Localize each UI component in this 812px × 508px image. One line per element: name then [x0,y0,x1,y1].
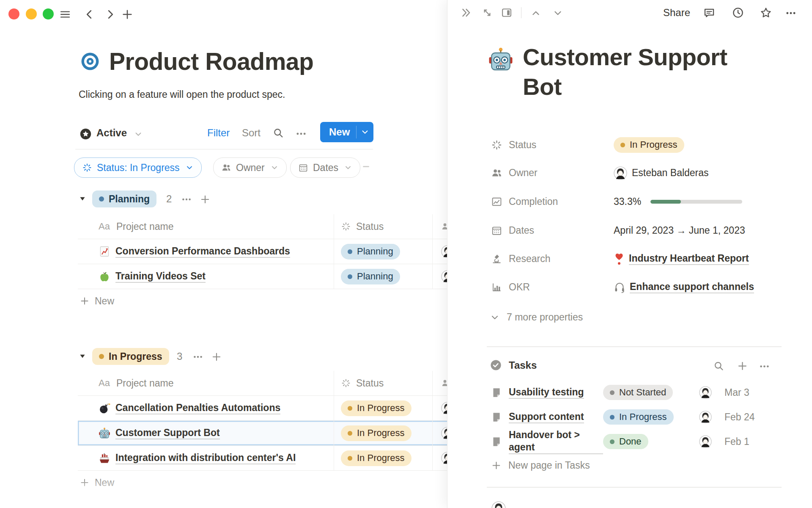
avatar [699,386,712,399]
search-icon[interactable] [272,127,284,139]
filter-chip-dates[interactable]: Dates [290,157,360,178]
back-icon[interactable] [84,8,96,20]
side-peek-mode-icon[interactable] [501,7,513,19]
avatar [699,435,712,448]
column-header-status[interactable]: Status [356,378,384,389]
column-header-status[interactable]: Status [356,221,384,232]
status-spinner-icon [341,221,351,232]
history-clock-icon[interactable] [732,6,744,19]
tasks-title[interactable]: Tasks [509,359,537,371]
page-icon-robot[interactable] [488,47,513,72]
plus-icon [491,460,502,471]
property-row-completion: Completion 33.3% [491,188,796,215]
group-collapse-triangle-icon[interactable] [79,352,86,360]
task-status-pill[interactable]: Not Started [603,385,673,400]
filter-chip-status[interactable]: Status: In Progress [74,157,202,178]
group-more-icon[interactable] [181,194,192,205]
more-options-icon[interactable] [785,7,797,19]
status-pill[interactable]: Planning [341,269,400,284]
group-add-icon[interactable] [200,194,211,205]
avatar [699,411,712,423]
avatar [614,166,626,179]
filter-chip-owner[interactable]: Owner [213,157,287,178]
section-divider [487,346,782,347]
task-link[interactable]: Usability testing [509,386,584,399]
column-header-name[interactable]: Project name [116,378,174,389]
group-count: 2 [166,193,172,205]
completion-progress-track [650,200,742,204]
people-icon [221,163,231,173]
new-page-in-tasks-button[interactable]: New page in Tasks [491,460,590,471]
window-minimize-button[interactable] [26,8,37,19]
status-pill[interactable]: In Progress [341,400,411,416]
next-page-icon[interactable] [552,8,563,19]
group-more-icon[interactable] [192,351,203,362]
project-link[interactable]: Conversion Performance Dashboards [115,245,290,258]
tasks-search-icon[interactable] [713,360,724,372]
view-tab-active[interactable]: Active [96,127,127,139]
ship-icon [99,452,110,464]
dates-value[interactable]: April 29, 2023 → June 1, 2023 [614,225,745,236]
forward-icon[interactable] [104,8,116,20]
add-filter-hint[interactable] [363,166,369,167]
tasks-add-icon[interactable] [737,360,748,372]
bomb-icon [99,402,110,414]
property-row-research: Research Industry Heartbeat Report [491,245,796,272]
okr-value[interactable]: Enhance support channels [614,281,754,294]
tasks-more-icon[interactable] [759,361,770,372]
status-value[interactable]: In Progress [614,137,684,153]
section-divider [487,487,782,488]
status-pill[interactable]: Planning [341,244,400,260]
group-label-planning[interactable]: Planning [92,190,156,207]
window-close-button[interactable] [8,8,19,19]
task-row[interactable]: Handover bot > agent Done Feb 1 [491,429,796,454]
completion-value[interactable]: 33.3% [614,196,742,207]
view-chevron-down-icon[interactable] [134,130,143,139]
page-icon-target[interactable] [80,52,100,71]
group-add-icon[interactable] [211,351,222,362]
owner-value[interactable]: Esteban Balderas [614,166,709,179]
area-chart-icon [491,196,502,207]
task-link[interactable]: Support content [509,411,584,424]
menu-icon[interactable] [59,8,71,20]
new-button-chevron-icon[interactable] [357,127,373,137]
page-icon [491,436,502,447]
task-date: Feb 24 [724,411,755,423]
group-label-in-progress[interactable]: In Progress [92,348,169,365]
open-full-page-icon[interactable] [481,7,493,19]
project-link[interactable]: Customer Support Bot [115,427,220,440]
project-link[interactable]: Training Videos Set [115,270,206,283]
task-link[interactable]: Handover bot > agent [509,429,603,454]
group-collapse-triangle-icon[interactable] [79,195,86,202]
close-side-peek-icon[interactable] [460,7,472,19]
new-tab-icon[interactable] [121,8,134,21]
project-link[interactable]: Cancellation Penalties Automations [115,402,280,415]
filter-button[interactable]: Filter [207,127,230,139]
plus-icon [80,478,90,488]
project-link[interactable]: Integration with distribution center's A… [115,452,296,465]
previous-page-icon[interactable] [530,8,541,19]
status-pill[interactable]: In Progress [341,425,411,441]
sort-button[interactable]: Sort [242,127,261,139]
chevron-down-icon [344,163,352,172]
more-properties-toggle[interactable]: 7 more properties [490,312,583,323]
status-pill[interactable]: In Progress [341,450,411,466]
chevron-down-icon [270,163,279,172]
group-dot [99,354,104,359]
task-row[interactable]: Support content In Progress Feb 24 [491,405,796,429]
more-options-icon[interactable] [295,128,307,140]
task-status-pill[interactable]: In Progress [603,409,674,425]
comments-icon[interactable] [703,6,716,19]
group-count: 3 [177,351,182,362]
chevron-down-icon [490,312,500,323]
research-value[interactable]: Industry Heartbeat Report [614,252,749,265]
page-title: Product Roadmap [109,47,313,75]
new-button[interactable]: New [320,122,373,142]
share-button[interactable]: Share [663,7,690,19]
chevron-down-icon [185,163,194,172]
window-zoom-button[interactable] [43,8,54,19]
column-header-name[interactable]: Project name [116,221,174,232]
favorite-star-icon[interactable] [760,6,772,19]
task-status-pill[interactable]: Done [603,434,648,449]
task-row[interactable]: Usability testing Not Started Mar 3 [491,380,796,405]
